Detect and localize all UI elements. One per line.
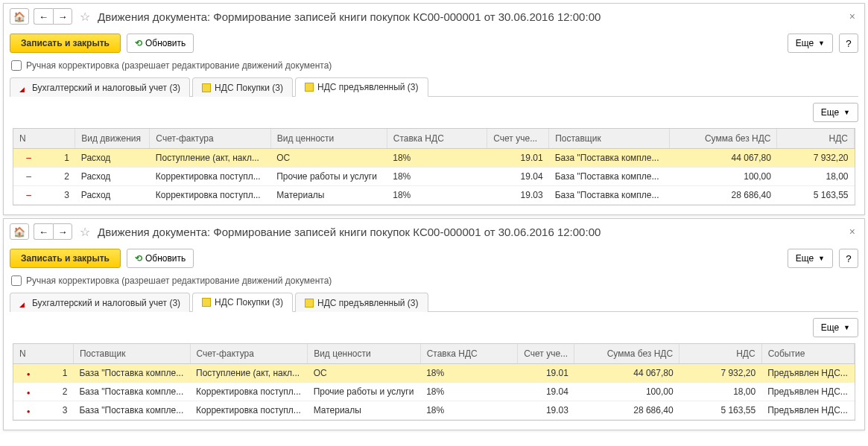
manual-edit-checkbox[interactable] [11,275,22,286]
vat-cell: 7 932,20 [679,364,762,383]
tabs: Бухгалтерский и налоговый учет (3) НДС П… [10,77,858,97]
tab-label: Бухгалтерский и налоговый учет (3) [32,298,180,308]
vat-cell: 18,00 [679,383,762,401]
page-title: Движения документа: Формирование записей… [98,226,601,238]
help-button[interactable]: ? [839,249,858,268]
col-value-type[interactable]: Вид ценности [308,344,420,364]
n-cell: 3 [44,186,75,205]
data-table: N Поставщик Счет-фактура Вид ценности Ст… [13,343,855,421]
tab-accounting[interactable]: Бухгалтерский и налоговый учет (3) [10,77,190,97]
col-invoice[interactable]: Счет-фактура [190,344,308,364]
more-label: Еще [796,38,814,48]
more-button[interactable]: Еще ▼ [788,249,833,268]
sum-cell: 28 686,40 [669,186,777,205]
manual-edit-label: Ручная корректировка (разрешает редактир… [26,60,332,71]
acc-cell: 19.01 [518,364,574,383]
table-row[interactable]: 2 База "Поставка компле... Корректировка… [13,383,855,401]
col-sum[interactable]: Сумма без НДС [669,129,777,149]
refresh-icon: ⟲ [135,38,142,48]
supp-cell: База "Поставка компле... [549,168,669,186]
toolbar: Записать и закрыть ⟲ Обновить Еще ▼ ? [4,29,864,57]
manual-edit-checkbox[interactable] [11,60,22,71]
col-event[interactable]: Событие [761,344,854,364]
col-vat[interactable]: НДС [679,344,762,364]
save-close-button[interactable]: Записать и закрыть [10,249,121,268]
sum-cell: 44 067,80 [669,149,777,168]
n-cell: 1 [43,364,73,383]
sum-cell: 44 067,80 [574,364,679,383]
col-account[interactable]: Счет уче... [518,344,574,364]
star-icon[interactable]: ☆ [80,10,90,24]
col-vat-rate[interactable]: Ставка НДС [420,344,518,364]
table-row[interactable]: – 2 Расход Корректировка поступл... Проч… [13,168,855,186]
table-row[interactable]: – 1 Расход Поступление (акт, накл... ОС … [13,149,855,168]
table-row[interactable]: – 3 Расход Корректировка поступл... Мате… [13,186,855,205]
more-button[interactable]: Еще ▼ [788,34,833,53]
acc-cell: 19.01 [487,149,549,168]
col-supplier[interactable]: Поставщик [73,344,190,364]
col-vat[interactable]: НДС [777,129,855,149]
tab-vat-presented[interactable]: НДС предъявленный (3) [295,77,428,97]
toolbar: Записать и закрыть ⟲ Обновить Еще ▼ ? [4,244,864,273]
tabs: Бухгалтерский и налоговый учет (3) НДС П… [10,292,858,312]
tab-accounting[interactable]: Бухгалтерский и налоговый учет (3) [10,293,190,312]
refresh-button[interactable]: ⟲ Обновить [127,249,194,268]
sum-cell: 100,00 [574,383,679,401]
sf-cell: Поступление (акт, накл... [190,364,308,383]
table-row[interactable]: 3 База "Поставка компле... Корректировка… [13,401,855,420]
col-n[interactable]: N [13,344,73,364]
evt-cell: Предъявлен НДС... [761,401,854,420]
back-button[interactable]: ← [34,223,53,240]
col-supplier[interactable]: Поставщик [549,129,669,149]
forward-button[interactable]: → [53,223,72,240]
col-vat-rate[interactable]: Ставка НДС [387,129,487,149]
more-label: Еще [821,322,839,333]
refresh-button[interactable]: ⟲ Обновить [127,34,194,53]
close-icon[interactable]: × [846,10,858,22]
register-icon [305,299,314,308]
col-invoice[interactable]: Счет-фактура [150,129,270,149]
tab-label: НДС Покупки (3) [215,83,283,93]
rate-cell: 18% [387,168,487,186]
back-button[interactable]: ← [34,8,53,25]
val-cell: Материалы [308,401,420,420]
col-n[interactable]: N [13,129,75,149]
close-icon[interactable]: × [846,226,858,238]
chevron-down-icon: ▼ [843,109,850,116]
refresh-icon: ⟲ [135,253,142,264]
table-more-button[interactable]: Еще ▼ [813,318,858,337]
evt-cell: Предъявлен НДС... [761,364,854,383]
sf-cell: Корректировка поступл... [190,383,308,401]
forward-button[interactable]: → [53,8,72,25]
supp-cell: База "Поставка компле... [549,186,669,205]
col-move-type[interactable]: Вид движения [75,129,150,149]
table-row[interactable]: 1 База "Поставка компле... Поступление (… [13,364,855,383]
tab-vat-purchases[interactable]: НДС Покупки (3) [192,77,293,97]
col-sum[interactable]: Сумма без НДС [574,344,679,364]
register-icon [202,298,211,307]
col-account[interactable]: Счет уче... [487,129,549,149]
acc-cell: 19.03 [518,401,574,420]
save-close-button[interactable]: Записать и закрыть [10,34,121,53]
help-button[interactable]: ? [839,34,858,53]
tab-vat-purchases[interactable]: НДС Покупки (3) [192,293,293,312]
table-toolbar: Еще ▼ [4,97,864,128]
tab-vat-presented[interactable]: НДС предъявленный (3) [295,293,428,312]
table-more-button[interactable]: Еще ▼ [813,103,858,122]
home-button[interactable]: 🏠 [10,223,29,240]
acc-cell: 19.04 [487,168,549,186]
acc-cell: 19.04 [518,383,574,401]
rate-cell: 18% [420,364,518,383]
accounting-icon [19,83,28,92]
move-cell: Расход [75,168,150,186]
table-header-row: N Вид движения Счет-фактура Вид ценности… [13,129,855,149]
sf-cell: Корректировка поступл... [190,401,308,420]
col-value-type[interactable]: Вид ценности [270,129,387,149]
star-icon[interactable]: ☆ [80,225,90,239]
tab-label: НДС предъявленный (3) [317,298,418,308]
n-cell: 2 [43,383,73,401]
register-icon [305,83,314,92]
n-cell: 3 [43,401,73,420]
mark-cell: – [13,168,44,186]
home-button[interactable]: 🏠 [10,8,29,25]
